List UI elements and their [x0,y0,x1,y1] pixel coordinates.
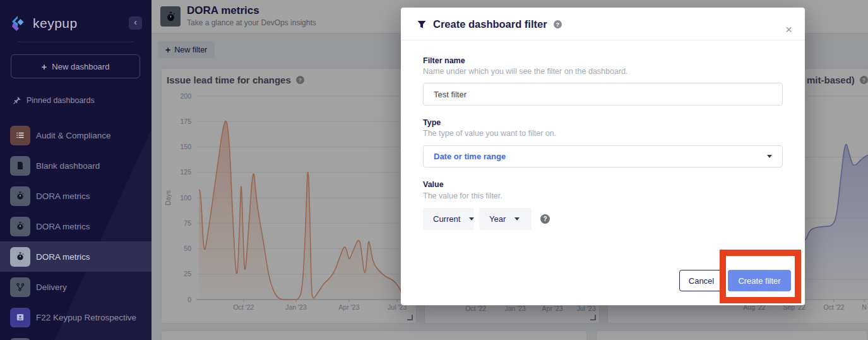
close-icon[interactable]: × [785,23,792,35]
sidebar-item-label: F22 Keypup Retrospective [36,313,136,322]
pinned-dashboards-header: Pinned dashboards [13,96,95,105]
cancel-button[interactable]: Cancel [679,270,723,291]
create-filter-button[interactable]: Create filter [728,270,791,291]
value-help-icon[interactable]: ? [540,214,550,224]
modal-title: Create dashboard filter [433,18,547,30]
stopwatch-icon [10,247,30,267]
sidebar-item-blank-dashboard[interactable]: Blank dashboard [0,150,152,181]
modal-header: Create dashboard filter ? × [401,8,805,40]
pinned-dashboards-label: Pinned dashboards [27,96,95,105]
plus-icon: + [42,61,47,72]
type-help: The type of value you want to filter on. [423,129,556,138]
caret-down-icon [767,155,772,158]
caret-down-icon [514,217,520,221]
sidebar-item-f22-keypup-retrospective[interactable]: F22 Keypup Retrospective [0,302,152,332]
type-select[interactable]: Date or time range [423,145,783,167]
sidebar-item-label: DORA metrics [36,252,90,262]
period-unit-value: Year [489,214,506,224]
sidebar-item-label: Delivery [36,282,67,292]
stopwatch-icon [10,217,30,236]
document-icon [10,156,30,176]
sidebar-collapse-button[interactable]: ‹ [129,16,142,30]
caret-down-icon [469,217,474,221]
type-label: Type [423,118,441,127]
sidebar-item-delivery[interactable]: Delivery [0,272,152,302]
period-unit-dropdown[interactable]: Year [479,208,532,230]
sidebar-item-label: Audit & Compliance [36,131,111,140]
sidebar-item-partial[interactable] [0,332,152,340]
badge-icon [10,308,30,327]
sidebar-item-dora-metrics[interactable]: DORA metrics [0,181,152,211]
sidebar-dashboard-list: Audit & ComplianceBlank dashboardDORA me… [0,120,152,340]
value-help-text: The value for this filter. [423,191,502,200]
create-filter-modal: Create dashboard filter ? × Filter name … [401,8,805,305]
branch-icon [10,277,30,297]
period-modifier-value: Current [433,214,460,224]
sidebar-item-audit-compliance[interactable]: Audit & Compliance [0,120,152,150]
keypup-logo-icon [9,14,28,33]
list-icon [10,126,30,145]
period-modifier-dropdown[interactable]: Current [423,208,474,230]
stopwatch-icon [10,186,30,206]
sidebar-item-label: DORA metrics [36,191,90,201]
sidebar: keypup ‹ + New dashboard Pinned dashboar… [0,0,152,340]
sidebar-item-dora-metrics[interactable]: DORA metrics [0,241,152,272]
filter-name-help: Name under which you will see the filter… [423,67,628,76]
help-icon[interactable]: ? [554,20,562,28]
new-dashboard-button[interactable]: + New dashboard [11,54,140,78]
value-label: Value [423,180,444,189]
type-selected-value: Date or time range [434,152,506,161]
chevron-left-icon: ‹ [134,17,137,27]
sidebar-divider [18,42,134,42]
dashboard-tile [10,338,30,340]
app-logo-text: keypup [33,16,78,31]
app-logo: keypup [9,14,78,33]
pin-icon [13,96,21,105]
sidebar-item-label: Blank dashboard [36,161,100,171]
sidebar-item-label: DORA metrics [36,222,90,231]
filter-name-input[interactable] [423,83,783,106]
filter-funnel-icon [417,20,427,30]
new-dashboard-label: New dashboard [52,62,109,71]
sidebar-item-dora-metrics[interactable]: DORA metrics [0,211,152,241]
filter-name-label: Filter name [423,56,465,65]
